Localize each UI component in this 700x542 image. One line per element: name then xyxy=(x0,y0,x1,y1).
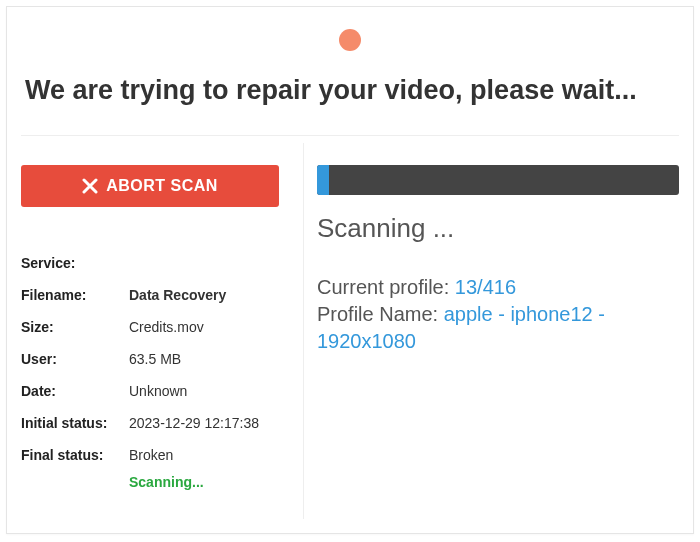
service-label: Service: xyxy=(21,247,129,279)
abort-scan-button[interactable]: ABORT SCAN xyxy=(21,165,279,207)
current-profile-label: Current profile: xyxy=(317,276,455,298)
status-dot-icon xyxy=(339,29,361,51)
abort-scan-label: ABORT SCAN xyxy=(106,177,218,195)
progress-bar xyxy=(317,165,679,195)
size-value: 63.5 MB xyxy=(129,339,181,367)
filename-value: Credits.mov xyxy=(129,307,204,335)
profile-name-label: Profile Name: xyxy=(317,303,444,325)
profile-info: Current profile: 13/416 Profile Name: ap… xyxy=(317,274,679,355)
close-icon xyxy=(82,178,98,194)
user-value: Unknown xyxy=(129,371,187,399)
current-profile-value: 13/416 xyxy=(455,276,516,298)
initial-status-value: Broken xyxy=(129,435,173,463)
scanning-heading: Scanning ... xyxy=(317,213,679,244)
page-title: We are trying to repair your video, plea… xyxy=(25,75,675,106)
initial-status-label: Initial status: xyxy=(21,407,129,439)
date-label: Date: xyxy=(21,375,129,407)
final-status-label: Final status: xyxy=(21,439,129,471)
size-label: Size: xyxy=(21,311,129,343)
divider-horizontal xyxy=(21,135,679,136)
divider-vertical xyxy=(303,143,304,519)
progress-fill xyxy=(317,165,329,195)
date-value: 2023-12-29 12:17:38 xyxy=(129,403,259,431)
final-status-value: Scanning... xyxy=(129,462,204,490)
user-label: User: xyxy=(21,343,129,375)
repair-panel: We are trying to repair your video, plea… xyxy=(6,6,694,534)
filename-label: Filename: xyxy=(21,279,129,311)
metadata-list: Service: Filename: Data Recovery Size: C… xyxy=(21,247,291,490)
left-column: ABORT SCAN Service: Filename: Data Recov… xyxy=(21,165,291,490)
right-column: Scanning ... Current profile: 13/416 Pro… xyxy=(317,165,679,355)
service-value: Data Recovery xyxy=(129,275,226,303)
